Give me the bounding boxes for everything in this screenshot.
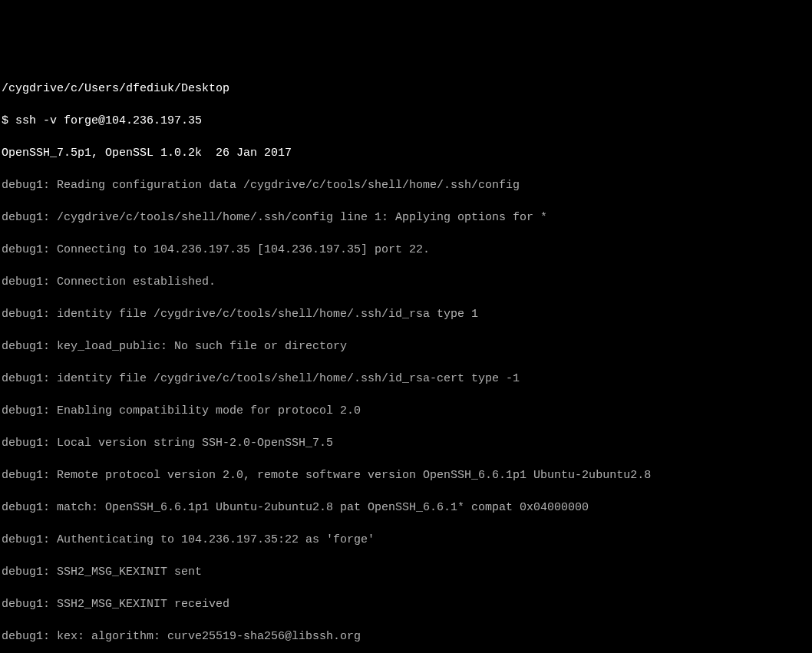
version-line: OpenSSH_7.5p1, OpenSSL 1.0.2k 26 Jan 201… bbox=[2, 145, 810, 161]
debug-line: debug1: Local version string SSH-2.0-Ope… bbox=[2, 435, 810, 451]
terminal-output: /cygdrive/c/Users/dfediuk/Desktop $ ssh … bbox=[0, 64, 812, 653]
debug-line: debug1: Reading configuration data /cygd… bbox=[2, 177, 810, 193]
command-line: $ ssh -v forge@104.236.197.35 bbox=[2, 113, 810, 129]
debug-line: debug1: identity file /cygdrive/c/tools/… bbox=[2, 306, 810, 322]
debug-line: debug1: SSH2_MSG_KEXINIT sent bbox=[2, 564, 810, 580]
debug-line: debug1: Connection established. bbox=[2, 274, 810, 290]
debug-line: debug1: /cygdrive/c/tools/shell/home/.ss… bbox=[2, 209, 810, 226]
debug-line: debug1: Authenticating to 104.236.197.35… bbox=[2, 532, 810, 548]
ssh-command: ssh -v forge@104.236.197.35 bbox=[15, 114, 202, 127]
debug-line: debug1: kex: algorithm: curve25519-sha25… bbox=[2, 628, 810, 645]
debug-line: debug1: Remote protocol version 2.0, rem… bbox=[2, 467, 810, 483]
debug-line: debug1: match: OpenSSH_6.6.1p1 Ubuntu-2u… bbox=[2, 500, 810, 516]
debug-line: debug1: key_load_public: No such file or… bbox=[2, 338, 810, 355]
debug-line: debug1: Connecting to 104.236.197.35 [10… bbox=[2, 242, 810, 258]
debug-line: debug1: Enabling compatibility mode for … bbox=[2, 403, 810, 419]
prompt: $ bbox=[2, 114, 15, 127]
debug-line: debug1: SSH2_MSG_KEXINIT received bbox=[2, 596, 810, 612]
cwd-line: /cygdrive/c/Users/dfediuk/Desktop bbox=[2, 81, 810, 97]
debug-line: debug1: identity file /cygdrive/c/tools/… bbox=[2, 371, 810, 387]
